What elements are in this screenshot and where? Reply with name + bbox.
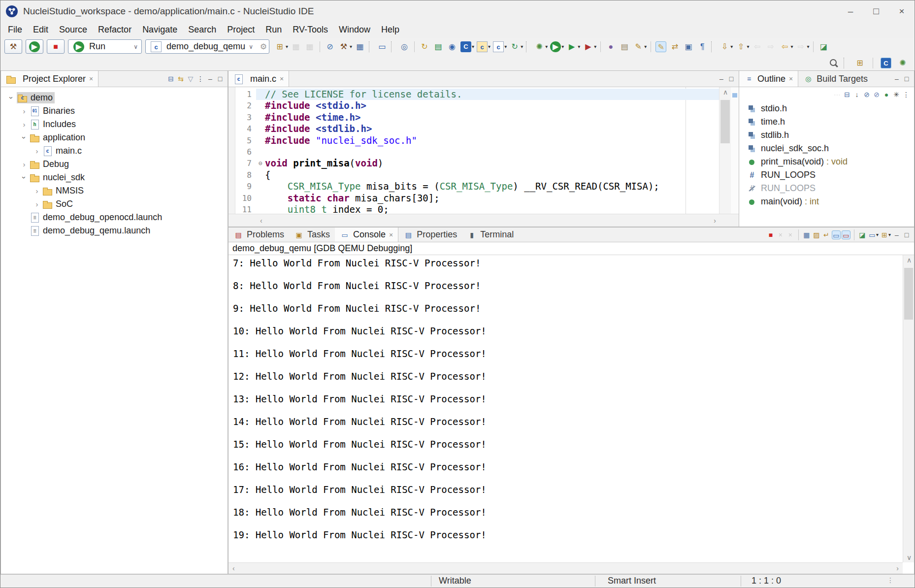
twistie-icon[interactable]: › [19,107,30,115]
outline-item[interactable]: print_misa(void) : void [739,155,914,168]
tab-console[interactable]: ▭Console× [335,228,398,242]
next-annotation-icon[interactable]: ⇩ [719,41,730,52]
scrollbar-thumb[interactable] [904,268,913,320]
tab-tasks[interactable]: ▣Tasks [289,228,335,242]
fold-marker-icon[interactable]: ⊖ [256,158,265,169]
debug-perspective-icon[interactable]: ✺ [897,58,908,68]
statusbar-grip[interactable]: ⋮ [887,576,894,584]
twistie-icon[interactable]: › [19,160,30,168]
new-c-source-file-dropdown-icon[interactable]: ▾ [504,44,507,49]
tree-item-includes[interactable]: ›hIncludes [1,118,228,131]
show-whitespace-icon[interactable]: ¶ [697,41,708,52]
new-c-project-icon[interactable]: C [460,41,471,52]
new-c-project-dropdown-icon[interactable]: ▾ [472,44,474,49]
scroll-on-stderr-icon[interactable]: ▭ [842,230,850,239]
outline-item[interactable]: #RUN_LOOPS [739,168,914,182]
display-selected-console-icon[interactable]: ▭ [868,230,877,239]
pin-console-icon[interactable]: ◪ [858,230,867,239]
view-menu-icon[interactable]: ⋮ [196,74,205,83]
tree-item-demo[interactable]: ›cdemo [1,91,228,104]
resume-button[interactable]: ▶ [26,39,43,54]
back-dropdown-icon[interactable]: ▾ [790,44,793,49]
display-selected-console-dropdown-icon[interactable]: ▾ [876,232,879,237]
filter-view-icon[interactable]: ▽ [186,74,195,83]
outline-item[interactable]: time.h [739,115,914,129]
open-console-icon[interactable]: ⊞ [880,230,889,239]
forward-dropdown-icon[interactable]: ▾ [807,44,809,49]
gear-icon[interactable]: ⚙ [258,41,269,52]
scroll-down-icon[interactable]: ∨ [907,554,912,561]
minimize-view-icon[interactable]: – [206,74,215,83]
clear-console-icon[interactable]: ▦ [802,230,811,239]
outline-item[interactable]: stdio.h [739,102,914,115]
sort-icon[interactable]: ↓ [852,90,861,99]
scroll-right-icon[interactable]: › [896,564,899,572]
maximize-view-icon[interactable]: □ [216,74,225,83]
debug-icon[interactable]: ✺ [534,41,545,52]
forward-history-icon[interactable]: ⇨ [765,41,776,52]
scroll-right-icon[interactable]: › [714,217,716,225]
maximize-icon[interactable]: □ [727,74,736,83]
word-wrap-icon[interactable]: ↵ [822,230,831,239]
close-icon[interactable]: × [89,75,93,83]
minimize-console-icon[interactable]: – [892,230,901,239]
tree-item-demo-debug-qemu-launch[interactable]: ≡demo_debug_qemu.launch [1,224,228,237]
menu-run[interactable]: Run [260,22,287,38]
back-history-icon[interactable]: ⇦ [752,41,762,52]
tab-properties[interactable]: ▤Properties [398,228,462,242]
toggle-mark-occurrences-icon[interactable]: ✎ [655,41,666,52]
forward-icon[interactable]: ⇨ [795,41,806,52]
next-annotation-dropdown-icon[interactable]: ▾ [730,44,733,49]
tab-terminal[interactable]: ▮Terminal [462,228,519,242]
menu-help[interactable]: Help [376,22,405,38]
custom-filters-icon[interactable]: ✳ [892,90,901,99]
tree-item-soc[interactable]: ›SoC [1,197,228,211]
hide-static-members-icon[interactable]: ⊘ [872,90,881,99]
code-editor[interactable]: 1// See LICENSE for license details.2#in… [235,87,719,214]
new-c-source-folder-icon[interactable]: c [477,41,488,52]
save-all-icon[interactable]: ▦ [304,41,315,52]
save-icon[interactable]: ▦ [291,41,301,52]
tree-item-nuclei-sdk[interactable]: ›nuclei_sdk [1,171,228,184]
previous-annotation-dropdown-icon[interactable]: ▾ [747,44,749,49]
build-all-dropdown-icon[interactable]: ▾ [350,44,352,49]
new-wizard-dropdown-icon[interactable]: ▾ [286,44,288,49]
open-type-icon[interactable]: ● [605,41,616,52]
scrollbar-thumb[interactable] [720,100,730,143]
tab-main-c[interactable]: c main.c × [229,71,289,87]
show-selected-element-icon[interactable]: ▣ [683,41,694,52]
menu-rv-tools[interactable]: RV-Tools [287,22,333,38]
build-button[interactable]: ⚒ [4,39,22,54]
twistie-icon[interactable]: › [20,172,29,183]
hide-fields-icon[interactable]: ⊘ [862,90,871,99]
refresh-index-icon[interactable]: ↻ [419,41,430,52]
cpp-perspective-icon[interactable]: C [881,58,891,68]
outline-item[interactable]: main(void) : int [739,195,914,208]
sync-project-dropdown-icon[interactable]: ▾ [521,44,523,49]
tab-problems[interactable]: ▤Problems [229,228,289,242]
c-search-icon[interactable]: ◎ [399,41,410,52]
pin-editor-icon[interactable]: ◪ [818,41,829,52]
indexer-database-icon[interactable]: ▤ [433,41,444,52]
remove-all-launches-icon[interactable]: × [786,230,795,239]
open-element-icon[interactable]: ✎ [633,41,644,52]
editor-horizontal-scrollbar[interactable]: ‹ › [229,214,739,227]
open-perspective-icon[interactable]: ⊞ [854,58,865,68]
tree-item-debug[interactable]: ›Debug [1,158,228,171]
tree-item-nmsis[interactable]: ›NMSIS [1,184,228,197]
maximize-console-icon[interactable]: □ [902,230,911,239]
run-icon[interactable]: ▶ [550,41,561,52]
close-icon[interactable]: × [389,231,393,239]
terminate-button[interactable]: ■ [47,39,65,54]
scroll-up-icon[interactable]: ∧ [723,88,728,96]
open-element-dropdown-icon[interactable]: ▾ [644,44,647,49]
new-wizard-icon[interactable]: ⊞ [274,41,285,52]
scroll-lock-icon[interactable]: ▨ [812,230,821,239]
twistie-icon[interactable]: › [19,120,30,129]
tree-item-binaries[interactable]: ›01Binaries [1,104,228,118]
new-c-source-file-icon[interactable]: c [493,41,504,52]
minimize-icon[interactable]: – [892,74,901,83]
twistie-icon[interactable]: › [7,93,16,103]
scroll-left-icon[interactable]: ‹ [260,217,262,225]
debug-dropdown-icon[interactable]: ▾ [545,44,548,49]
